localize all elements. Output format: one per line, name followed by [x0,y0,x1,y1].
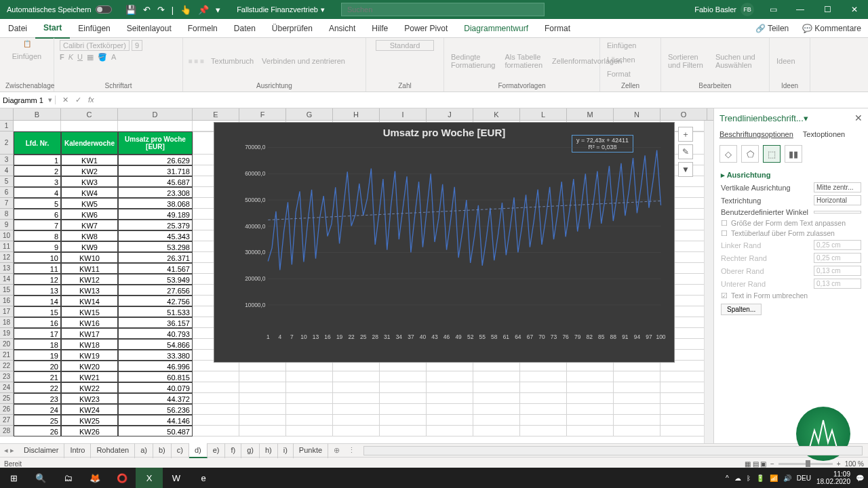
col-header-B[interactable]: B [14,108,61,120]
sheet-tab-Intro[interactable]: Intro [64,443,91,458]
label-options-tab[interactable]: Beschriftungsoptionen [719,130,793,138]
col-header-H[interactable]: H [333,108,380,120]
tab-powerpivot[interactable]: Power Pivot [396,19,456,38]
chart-styles-button[interactable]: ✎ [678,144,693,159]
col-header-N[interactable]: N [614,108,660,120]
col-header-F[interactable]: F [239,108,286,120]
sheet-nav-icon[interactable]: ◂ ▸ [0,446,18,455]
search-box[interactable] [341,3,545,16]
sheet-tab-c)[interactable]: c) [172,443,189,458]
clock[interactable]: 11:09 18.02.2020 [816,470,850,485]
chart-icon[interactable]: ▮▮ [785,145,802,163]
font-selector[interactable]: Calibri (Textkörper) [60,40,130,51]
undo-icon[interactable]: ↶ [143,5,151,15]
section-alignment[interactable]: Ausrichtung [727,171,771,179]
paste-icon[interactable]: 📋 [23,40,31,47]
underline-button[interactable]: U [77,53,83,62]
align-icons[interactable]: ≡ ≡ ≡ [189,58,204,65]
view-normal-icon[interactable]: ▦ [745,460,751,468]
toggle-icon[interactable] [96,5,112,14]
document-name[interactable]: Fallstudie Finanzvertrieb ▾ [227,5,334,14]
notifications-icon[interactable]: 💬 [856,474,864,482]
col-header-O[interactable]: O [660,108,707,120]
firefox-icon[interactable]: 🦊 [81,468,108,488]
left-margin-input[interactable]: 0,25 cm [814,240,861,250]
right-margin-input[interactable]: 0,25 cm [814,253,861,263]
worksheet-grid[interactable]: BCDEFGHIJKLMNO 12Lfd. Nr.KalenderwocheUm… [0,108,713,443]
tab-formeln[interactable]: Formeln [180,19,226,38]
col-header-M[interactable]: M [567,108,614,120]
autosave-toggle[interactable]: Automatisches Speichern [0,5,119,14]
col-header-C[interactable]: C [61,108,118,120]
col-header-L[interactable]: L [520,108,567,120]
horizontal-scrollbar[interactable] [363,446,863,455]
delete-cells-button[interactable]: Löschen [606,54,637,65]
effects-icon[interactable]: ⬠ [741,145,759,163]
checkbox-icon[interactable]: ☐ [721,219,728,227]
volume-icon[interactable]: 🔊 [783,474,791,482]
ribbon-mode-icon[interactable]: ▭ [760,0,787,19]
col-header-D[interactable]: D [118,108,193,120]
sheet-tab-d)[interactable]: d) [189,443,208,458]
sheet-tab-Rohdaten[interactable]: Rohdaten [91,443,135,458]
accept-formula-icon[interactable]: ✓ [75,96,81,104]
pin-icon[interactable]: 📌 [198,5,209,15]
user-account[interactable]: Fabio Basler FB [689,3,760,16]
zoom-slider[interactable] [778,463,833,465]
zoom-out-icon[interactable]: − [770,460,774,468]
vertical-scrollbar[interactable] [704,121,713,443]
checkbox-icon[interactable]: ☑ [721,291,728,300]
col-header-J[interactable]: J [427,108,473,120]
pane-close-icon[interactable]: ✕ [854,113,863,123]
view-break-icon[interactable]: ▣ [760,460,766,468]
excel-icon[interactable]: X [136,468,163,488]
pane-dropdown-icon[interactable]: ▾ [804,113,808,123]
sheet-tab-g)[interactable]: g) [241,443,260,458]
vert-align-select[interactable]: Mitte zentr... [814,182,861,192]
save-icon[interactable]: 💾 [125,5,136,15]
fontcolor-icon[interactable]: A [111,53,116,62]
sheet-tab-i)[interactable]: i) [278,443,294,458]
word-icon[interactable]: W [163,468,190,488]
format-cells-button[interactable]: Format [606,68,632,79]
tray-up-icon[interactable]: ^ [726,474,729,482]
tab-ansicht[interactable]: Ansicht [321,19,363,38]
sheet-tab-Disclaimer[interactable]: Disclaimer [18,443,64,458]
tab-seitenlayout[interactable]: Seitenlayout [119,19,180,38]
col-header-E[interactable]: E [193,108,239,120]
touch-icon[interactable]: 👆 [180,5,191,15]
ideas-button[interactable]: Ideen [775,56,797,66]
textdir-select[interactable]: Horizontal [814,195,861,205]
chart-filter-button[interactable]: ▼ [678,162,693,177]
tab-start[interactable]: Start [35,18,70,39]
tab-datei[interactable]: Datei [0,19,35,38]
sheet-tab-a)[interactable]: a) [135,443,153,458]
bottom-margin-input[interactable]: 0,13 cm [814,279,861,289]
redo-icon[interactable]: ↷ [157,5,165,15]
search-input[interactable] [341,3,545,16]
chart-object[interactable]: Umsatz pro Woche [EUR] y = 72,43x + 4241… [214,122,675,363]
view-layout-icon[interactable]: ▤ [753,460,759,468]
bluetooth-icon[interactable]: ᛒ [747,474,751,482]
cancel-formula-icon[interactable]: ✕ [62,96,68,104]
condformat-button[interactable]: Bedingte Formatierung [450,52,496,70]
wifi-icon[interactable]: 📶 [770,474,778,482]
share-button[interactable]: 🔗 Teilen [749,24,795,33]
sheet-tab-Punkte[interactable]: Punkte [294,443,328,458]
search-taskbar-icon[interactable]: 🔍 [27,468,54,488]
col-header-I[interactable]: I [380,108,427,120]
angle-input[interactable] [814,211,861,214]
fill-icon[interactable]: 🪣 [98,53,107,62]
checkbox-icon[interactable]: ☐ [721,229,728,237]
minimize-icon[interactable]: — [787,0,814,19]
bold-button[interactable]: F [60,53,64,62]
comments-button[interactable]: 💬 Kommentare [795,24,868,33]
name-box[interactable]: Diagramm 1 ▾ [0,96,56,104]
border-icon[interactable]: ▦ [87,53,94,62]
battery-icon[interactable]: 🔋 [756,474,764,482]
sort-button[interactable]: Sortieren und Filtern [667,52,710,70]
size-icon[interactable]: ⬚ [763,145,781,163]
onedrive-icon[interactable]: ☁ [734,474,741,482]
merge-button[interactable]: Verbinden und zentrieren [260,56,347,66]
fontsize-selector[interactable]: 9 [132,40,142,51]
